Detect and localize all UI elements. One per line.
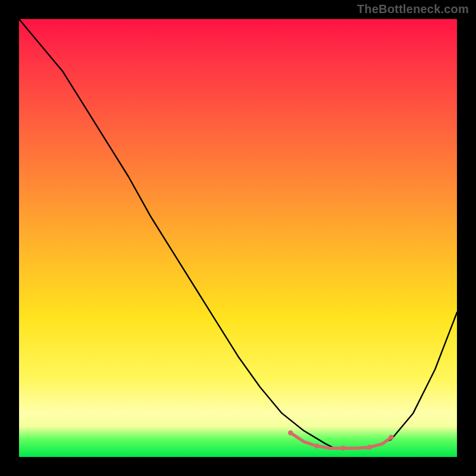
bottleneck-curve: [19, 19, 457, 448]
optimal-range-marker: [288, 430, 394, 450]
chart-frame: TheBottleneck.com: [0, 0, 476, 476]
svg-point-2: [340, 446, 345, 450]
svg-point-4: [389, 435, 393, 440]
svg-point-1: [314, 443, 319, 448]
svg-point-0: [288, 430, 293, 435]
chart-overlay: [19, 19, 457, 457]
svg-point-3: [367, 445, 372, 450]
plot-area: [19, 19, 457, 457]
watermark-text: TheBottleneck.com: [357, 2, 469, 16]
